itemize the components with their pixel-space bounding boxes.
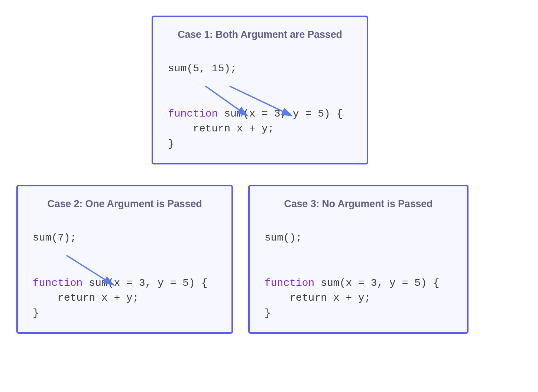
case-2-title: Case 2: One Argument is Passed — [33, 198, 217, 210]
case-2-body: return x + y; — [33, 292, 139, 304]
case-1-card: Case 1: Both Argument are Passed sum(5, … — [152, 16, 368, 164]
case-1-body: return x + y; — [168, 123, 274, 134]
case-1-code: sum(5, 15); function sum(x = 3, y = 5) {… — [168, 61, 352, 152]
case-2-call: sum(7); — [33, 232, 77, 244]
case-3-title: Case 3: No Argument is Passed — [265, 198, 452, 210]
case-3-body: return x + y; — [265, 292, 371, 304]
case-3-call: sum(); — [265, 232, 302, 244]
case-2-card: Case 2: One Argument is Passed sum(7); f… — [16, 185, 233, 334]
case-2-keyword: function — [33, 277, 82, 289]
case-3-card: Case 3: No Argument is Passed sum(); fun… — [248, 185, 469, 334]
case-1-keyword: function — [168, 108, 218, 120]
case-3-keyword: function — [265, 277, 314, 289]
case-1-close: } — [168, 138, 174, 150]
case-1-sig: sum(x = 3, y = 5) { — [218, 108, 343, 120]
case-3-code: sum(); function sum(x = 3, y = 5) { retu… — [265, 231, 452, 321]
case-2-code: sum(7); function sum(x = 3, y = 5) { ret… — [33, 231, 217, 321]
case-2-close: } — [33, 307, 39, 319]
case-2-sig: sum(x = 3, y = 5) { — [82, 277, 207, 289]
case-1-call: sum(5, 15); — [168, 63, 237, 74]
case-3-sig: sum(x = 3, y = 5) { — [314, 277, 439, 289]
case-1-title: Case 1: Both Argument are Passed — [168, 29, 352, 40]
case-3-close: } — [265, 307, 271, 319]
